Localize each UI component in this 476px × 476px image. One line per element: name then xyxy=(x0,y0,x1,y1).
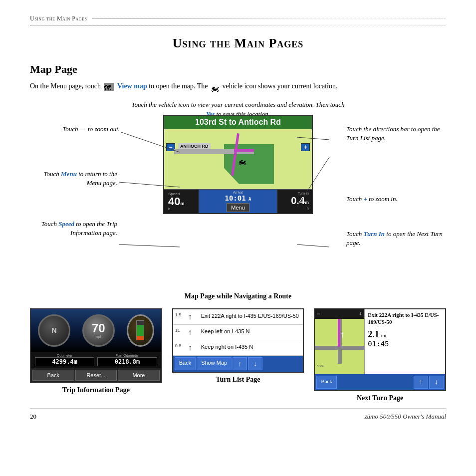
intro-paragraph: On the Menu page, touch 🗺 View map to op… xyxy=(30,81,446,92)
callout-left-3: Touch Speed to open the Trip Information… xyxy=(30,220,117,238)
nextturn-screen: − + ↑ 500ft Exit xyxy=(314,308,446,391)
gps-speed-unit: h xyxy=(168,207,195,211)
section-heading: Map Page xyxy=(30,63,446,76)
turnlist-showmap-btn[interactable]: Show Map xyxy=(197,357,232,370)
trip-caption: Trip Information Page xyxy=(62,386,130,394)
nextturn-panel: − + ↑ 500ft Exit xyxy=(314,308,446,402)
nextturn-dist-row: 2.1 mi xyxy=(368,327,442,340)
turn-text-2: Keep left on I-435 N xyxy=(201,328,250,335)
turn-arrow-3: ↑ xyxy=(188,343,198,352)
trip-back-btn[interactable]: Back xyxy=(32,370,74,381)
turn-text-3: Keep right on I-435 N xyxy=(201,343,253,350)
gps-speed-box[interactable]: Speed 40m h xyxy=(164,190,199,213)
nextturn-up-btn[interactable]: ↑ xyxy=(414,376,428,389)
odometer-box: Odometer 4299.4m xyxy=(35,354,94,366)
route-turn xyxy=(234,149,254,152)
fuel-odo-box: Fuel Odometer 0218.8m xyxy=(97,354,157,366)
footer: 20 zūmo 500/550 Owner's Manual xyxy=(30,408,446,421)
trip-data-row: Odometer 4299.4m Fuel Odometer 0218.8m xyxy=(31,352,161,368)
svg-line-5 xyxy=(297,244,329,247)
gps-screen-container: 103rd St to Antioch Rd − + ANTIOCH RD xyxy=(163,115,313,214)
gps-info-bar: Speed 40m h Arrival 10:01 A Menu xyxy=(164,189,312,213)
gps-turnin-value: 0.4m xyxy=(280,195,309,207)
gps-turnin-label: Turn In xyxy=(280,192,309,195)
turnlist-screen: 1.5 ↑ Exit 222A right to I-435 E/US-169/… xyxy=(172,308,304,373)
gps-arrival-label: Arrival xyxy=(233,191,243,194)
trip-screen: N 70 mph xyxy=(30,308,162,383)
turn-dist-1: 1.5 xyxy=(175,312,185,317)
gps-screen: 103rd St to Antioch Rd − + ANTIOCH RD xyxy=(163,115,313,214)
nextturn-scale: 500ft xyxy=(315,364,364,369)
callout-right-1: Touch the directions bar to open the Tur… xyxy=(346,125,446,143)
map-diagram: Touch the vehicle icon to view your curr… xyxy=(30,100,446,289)
nextturn-down-btn[interactable]: ↓ xyxy=(429,376,444,389)
turn-arrow-1: ↑ xyxy=(188,312,198,321)
gps-center-box: Arrival 10:01 A Menu xyxy=(199,190,277,213)
gps-header-text: 103rd St to Antioch Rd xyxy=(195,118,281,126)
callout-right-3-text: Touch Turn In to open the Next Turn page… xyxy=(346,230,443,246)
nextturn-minus-btn[interactable]: − xyxy=(317,310,320,318)
nextturn-map-header: − + xyxy=(315,309,364,319)
speed-gauge-value: 70 xyxy=(92,322,105,334)
nextturn-caption: Next Turn Page xyxy=(357,394,403,402)
nextturn-btns: Back ↑ ↓ xyxy=(315,374,445,390)
trip-gauges-row: N 70 mph xyxy=(31,309,161,352)
svg-line-2 xyxy=(119,244,180,247)
gps-header[interactable]: 103rd St to Antioch Rd xyxy=(164,116,312,129)
gps-map-area: − + ANTIOCH RD 🏍 xyxy=(164,129,312,189)
nextturn-dist-value: 2.1 xyxy=(368,329,379,340)
viewmap-icon: 🗺 xyxy=(104,83,114,91)
trip-panel: N 70 mph xyxy=(30,308,162,402)
vehicle-icon[interactable]: 🏍 xyxy=(238,157,247,167)
turnlist-up-btn[interactable]: ↑ xyxy=(233,357,247,370)
body-text-3: vehicle icon shows your current location… xyxy=(223,82,338,90)
callout-top-text: Touch the vehicle icon to view your curr… xyxy=(131,101,344,108)
gps-zoom-plus-btn[interactable]: + xyxy=(301,143,310,151)
gps-turnin-box[interactable]: Turn In 0.4m h xyxy=(277,190,312,213)
fuel-bar xyxy=(136,320,144,340)
page-title: Using the Main Pages xyxy=(30,36,446,51)
gps-menu-btn[interactable]: Menu xyxy=(227,203,249,212)
footer-manual-title: zūmo 500/550 Owner's Manual xyxy=(365,413,446,421)
fuel-odo-label: Fuel Odometer xyxy=(97,354,157,357)
vehicle-icon-inline: 🏍 xyxy=(211,82,220,92)
fuel-odo-value: 0218.8m xyxy=(97,357,157,366)
footer-page-number: 20 xyxy=(30,413,36,421)
turn-row-2: 11 ↑ Keep left on I-435 N xyxy=(173,325,303,340)
turnlist-down-btn[interactable]: ↓ xyxy=(248,357,262,370)
turn-row-1: 1.5 ↑ Exit 222A right to I-435 E/US-169/… xyxy=(173,309,303,325)
turn-dist-3: 0.8 xyxy=(175,343,185,348)
nextturn-map: − + ↑ 500ft xyxy=(315,309,365,374)
body-text-2: to open the map. The xyxy=(149,82,208,90)
road-label: ANTIOCH RD xyxy=(178,143,211,149)
callout-right-2-text: Touch + to zoom in. xyxy=(346,195,398,203)
nextturn-time: 01:45 xyxy=(368,340,442,348)
turn-text-1: Exit 222A right to I-435 E/US-169/US-50 xyxy=(201,312,299,319)
trip-more-btn[interactable]: More xyxy=(118,370,160,381)
nextturn-back-btn[interactable]: Back xyxy=(316,376,337,389)
nextturn-plus-btn[interactable]: + xyxy=(359,310,363,318)
trip-reset-btn[interactable]: Reset... xyxy=(75,370,117,381)
nextturn-info: Exit 222A right to I-435 E/US-169/US-50 … xyxy=(365,309,445,374)
fuel-bar-green xyxy=(137,325,144,336)
nextturn-spacer xyxy=(338,376,413,389)
turnlist-panel: 1.5 ↑ Exit 222A right to I-435 E/US-169/… xyxy=(172,308,304,402)
breadcrumb-text: Using the Main Pages xyxy=(30,15,87,22)
callout-right-2: Touch + to zoom in. xyxy=(346,195,446,204)
turn-row-3: 0.8 ↑ Keep right on I-435 N xyxy=(173,340,303,356)
turnlist-back-btn[interactable]: Back xyxy=(175,357,196,370)
callout-right-3: Touch Turn In to open the Next Turn page… xyxy=(346,230,446,247)
compass-gauge: N xyxy=(38,314,70,347)
panels-row: N 70 mph xyxy=(30,308,446,402)
nextturn-map-area: ↑ xyxy=(315,319,364,364)
body-text-1: On the Menu page, touch xyxy=(30,82,101,90)
gps-turnin-unit: h xyxy=(280,207,309,210)
breadcrumb: Using the Main Pages xyxy=(30,15,446,26)
nextturn-arrow: ↑ xyxy=(340,329,345,340)
viewmap-link[interactable]: View map xyxy=(117,82,147,90)
turnlist-btns: Back Show Map ↑ ↓ xyxy=(173,356,303,372)
compass-letter: N xyxy=(51,326,56,334)
turn-dist-2: 11 xyxy=(175,328,185,333)
turnlist-caption: Turn List Page xyxy=(216,376,260,384)
fuel-gauge xyxy=(127,314,154,347)
